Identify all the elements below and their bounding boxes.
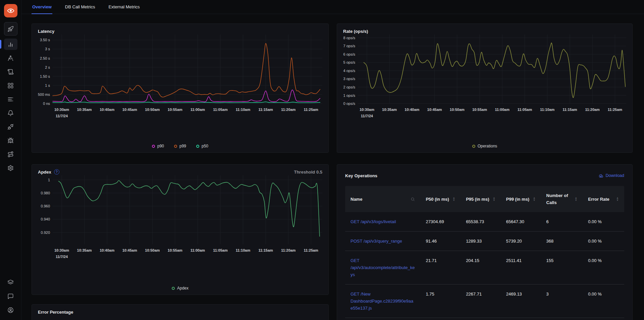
svg-text:1 s: 1 s [45,83,50,87]
cell-p99: 5739.20 [501,232,541,251]
svg-text:11:05am: 11:05am [213,108,228,112]
route-icon[interactable] [4,148,17,160]
cell-p50: 91.46 [420,232,461,251]
legend-label: Operations [478,144,497,148]
legend-label: p99 [179,144,186,148]
sidebar-nav-top [4,22,17,176]
legend-ring [174,145,177,148]
bug-icon[interactable] [4,135,17,146]
column-header-p95-in-ms-[interactable]: P95 (in ms)▲▼ [461,186,501,212]
sorter-icon[interactable]: ▲▼ [616,197,619,201]
svg-text:10:30am: 10:30am [360,108,374,112]
svg-text:11:15am: 11:15am [258,248,273,252]
tab-overview[interactable]: Overview [27,0,57,14]
svg-text:11:20am: 11:20am [281,248,296,252]
column-label: Number of Calls [546,192,573,206]
grid-icon[interactable] [4,80,17,91]
cell-error_rate: 0.00 % [583,251,624,284]
layers-icon[interactable] [4,277,17,288]
svg-text:11/7/24: 11/7/24 [56,114,68,118]
column-label: P99 (in ms) [506,196,529,203]
gear-icon[interactable] [4,162,17,174]
svg-text:11:20am: 11:20am [585,108,600,112]
svg-text:10:55am: 10:55am [472,108,487,112]
operation-link[interactable]: GET /api/v3/autocomplete/attribute_keys [345,251,420,284]
cell-p99: 2469.13 [501,284,541,318]
legend-ring [172,287,175,290]
svg-text:11:00am: 11:00am [191,108,205,112]
cell-calls: 6 [541,212,583,231]
rate-chart[interactable]: 0 ops/s1 ops/s2 ops/s3 ops/s4 ops/s5 ops… [337,32,632,120]
bell-dot-icon[interactable] [4,107,17,119]
operation-link[interactable]: GET /vendors-node_modules-ant [345,318,420,320]
svg-text:11:10am: 11:10am [540,108,555,112]
svg-text:10:55am: 10:55am [168,248,182,252]
key-operations-table: NameP50 (in ms)▲▼P95 (in ms)▲▼P99 (in ms… [345,186,624,320]
cell-p50: 1.75 [420,284,461,318]
sorter-icon[interactable]: ▲▼ [452,197,455,201]
sorter-icon[interactable]: ▲▼ [575,197,577,201]
legend-item-p50[interactable]: p50 [196,144,208,148]
legend-label: p50 [202,144,208,148]
legend-item-operations[interactable]: Operations [472,144,497,148]
app-logo[interactable] [4,4,17,17]
operation-link[interactable]: GET /New DashboardPage.c28239f90e9aae55e… [345,284,420,318]
column-header-number-of-calls[interactable]: Number of Calls▲▼ [541,186,583,212]
bar-chart-icon[interactable] [4,39,17,50]
table-row: POST /api/v3/query_range91.461289.335739… [345,232,624,251]
list-lines-icon[interactable] [4,93,17,105]
column-header-p99-in-ms-[interactable]: P99 (in ms)▲▼ [501,186,541,212]
svg-text:1 ops/s: 1 ops/s [343,93,356,98]
rocket-icon[interactable] [4,22,17,36]
svg-text:10:45am: 10:45am [427,108,442,112]
latency-chart[interactable]: 0 ns500 ms1 s1.50 s2 s2.50 s3 s3.50 s10:… [32,32,328,120]
cell-p50 [420,318,461,320]
legend-item-apdex[interactable]: Apdex [172,286,189,291]
drafting-compass-icon[interactable] [4,52,17,64]
svg-text:10:50am: 10:50am [450,108,465,112]
error-percentage-panel: Error Percentage 100 % [32,304,329,320]
legend-ring [152,145,155,148]
svg-text:7 ops/s: 7 ops/s [343,44,356,48]
svg-text:3.50 s: 3.50 s [40,38,50,42]
tab-db-call-metrics[interactable]: DB Call Metrics [60,0,101,14]
tab-external-metrics[interactable]: External Metrics [103,0,145,14]
svg-text:10:35am: 10:35am [77,248,92,252]
svg-text:2.50 s: 2.50 s [40,56,50,60]
plug-icon[interactable] [4,121,17,132]
eye-icon [7,7,15,15]
svg-text:3 ops/s: 3 ops/s [343,77,356,81]
operation-link[interactable]: POST /api/v3/query_range [345,232,420,251]
sidebar [0,0,21,320]
column-header-p50-in-ms-[interactable]: P50 (in ms)▲▼ [420,186,461,212]
search-icon[interactable] [411,197,415,201]
operation-link[interactable]: GET /api/v3/logs/livetail [345,212,420,231]
svg-text:10:40am: 10:40am [100,248,114,252]
svg-text:0.960: 0.960 [41,204,50,208]
error-percentage-title: Error Percentage [38,310,73,315]
column-header-name[interactable]: Name [345,186,420,212]
svg-text:2 ops/s: 2 ops/s [343,85,356,89]
svg-text:11:15am: 11:15am [562,108,577,112]
user-circle-icon[interactable] [4,304,17,316]
svg-text:1: 1 [48,178,50,182]
legend-item-p99[interactable]: p99 [174,144,186,148]
key-operations-panel: Key Operations Download NameP50 (in ms)▲… [337,164,633,320]
column-header-error-rate[interactable]: Error Rate▲▼ [583,186,624,212]
svg-text:10:45am: 10:45am [122,108,137,112]
svg-text:10:30am: 10:30am [54,248,69,252]
sorter-icon[interactable]: ▲▼ [493,197,495,201]
column-label: Error Rate [588,196,609,203]
download-button[interactable]: Download [598,173,624,178]
svg-text:11:25am: 11:25am [304,248,318,252]
scroll-icon[interactable] [4,66,17,77]
svg-text:11:05am: 11:05am [518,108,532,112]
sorter-icon[interactable]: ▲▼ [533,197,536,201]
apdex-chart[interactable]: 0.9200.9400.9600.980110:30am11/7/2410:35… [32,173,328,260]
cell-error_rate: 0.00 % [583,212,624,231]
message-icon[interactable] [4,291,17,302]
legend-item-p90[interactable]: p90 [152,144,164,148]
cell-calls [541,318,583,320]
svg-text:6 ops/s: 6 ops/s [343,52,356,56]
legend-ring [472,145,475,148]
